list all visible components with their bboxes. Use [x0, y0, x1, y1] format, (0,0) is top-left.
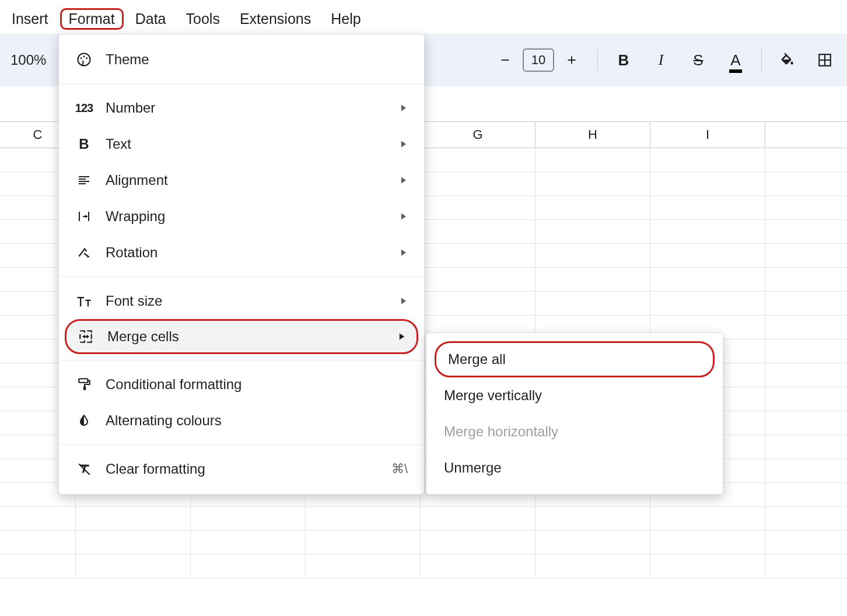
text-color-button[interactable]: A	[724, 48, 747, 72]
font-size-increase[interactable]	[560, 48, 583, 72]
menu-item-label: Wrapping	[106, 208, 387, 225]
menu-help[interactable]: Help	[323, 8, 369, 30]
fill-color-button[interactable]	[776, 48, 799, 72]
chevron-right-icon	[400, 104, 408, 112]
menu-format[interactable]: Format	[60, 8, 124, 30]
menu-data[interactable]: Data	[127, 8, 174, 30]
svg-rect-6	[83, 386, 86, 390]
menu-item-label: Font size	[106, 293, 387, 309]
menu-item-label: Text	[106, 136, 387, 152]
format-menu-alignment[interactable]: Alignment	[59, 162, 424, 198]
bold-button[interactable]: B	[612, 48, 635, 72]
column-header[interactable]: I	[650, 122, 765, 148]
chevron-right-icon	[400, 140, 408, 148]
format-menu-alternating-colours[interactable]: Alternating colours	[59, 402, 424, 439]
menu-item-label: Merge cells	[107, 328, 385, 345]
svg-point-4	[86, 57, 88, 59]
strikethrough-button[interactable]: S	[687, 48, 710, 72]
align-left-icon	[75, 172, 93, 189]
merge-cells-submenu: Merge all Merge vertically Merge horizon…	[426, 332, 723, 495]
format-menu-conditional-formatting[interactable]: Conditional formatting	[59, 366, 424, 402]
font-size-group: 10	[494, 48, 583, 72]
font-size-value[interactable]: 10	[523, 48, 554, 72]
merge-cells-icon	[77, 328, 94, 345]
menu-item-label: Alternating colours	[106, 412, 408, 429]
menu-item-label: Clear formatting	[106, 461, 379, 477]
droplet-icon	[75, 412, 93, 429]
format-menu-clear-formatting[interactable]: Clear formatting ⌘\	[59, 451, 424, 487]
merge-all[interactable]: Merge all	[435, 341, 715, 377]
shortcut-label: ⌘\	[391, 461, 408, 477]
unmerge[interactable]: Unmerge	[426, 450, 723, 486]
menu-item-label: Theme	[106, 51, 408, 68]
clear-format-icon	[75, 460, 93, 478]
chevron-right-icon	[398, 332, 406, 341]
font-size-icon	[75, 292, 93, 310]
chevron-right-icon	[400, 176, 408, 184]
svg-point-2	[80, 57, 82, 59]
svg-point-3	[83, 55, 85, 57]
format-menu-text[interactable]: B Text	[59, 126, 424, 162]
merge-horizontally: Merge horizontally	[426, 414, 723, 450]
menu-item-label: Number	[106, 100, 387, 116]
menu-bar: Insert Format Data Tools Extensions Help	[0, 5, 373, 33]
menu-tools[interactable]: Tools	[178, 8, 228, 30]
toolbar-separator	[597, 48, 598, 72]
menu-item-label: Conditional formatting	[106, 376, 408, 393]
format-menu-theme[interactable]: Theme	[59, 41, 424, 78]
paint-roller-icon	[75, 376, 93, 393]
rotation-icon	[75, 244, 93, 261]
font-size-decrease[interactable]	[494, 48, 517, 72]
palette-icon	[75, 51, 93, 68]
borders-button[interactable]	[813, 48, 836, 72]
format-menu: Theme 123 Number B Text Alignment Wrappi…	[58, 34, 425, 495]
bold-icon: B	[75, 135, 93, 153]
chevron-right-icon	[400, 297, 408, 305]
format-menu-rotation[interactable]: Rotation	[59, 235, 424, 271]
column-header[interactable]: G	[421, 122, 536, 148]
zoom-level[interactable]: 100%	[10, 52, 46, 68]
chevron-right-icon	[400, 249, 408, 257]
svg-rect-5	[79, 379, 88, 383]
number-icon: 123	[75, 99, 93, 117]
menu-insert[interactable]: Insert	[4, 8, 57, 30]
wrap-icon	[75, 208, 93, 225]
format-menu-font-size[interactable]: Font size	[59, 283, 424, 319]
toolbar-separator	[761, 48, 762, 72]
format-menu-wrapping[interactable]: Wrapping	[59, 198, 424, 235]
svg-point-1	[78, 54, 90, 66]
merge-vertically[interactable]: Merge vertically	[426, 377, 723, 414]
menu-extensions[interactable]: Extensions	[232, 8, 319, 30]
menu-item-label: Rotation	[106, 244, 387, 261]
menu-item-label: Alignment	[106, 172, 387, 188]
format-menu-number[interactable]: 123 Number	[59, 90, 424, 126]
format-menu-merge-cells[interactable]: Merge cells	[65, 319, 418, 354]
chevron-right-icon	[400, 212, 408, 220]
italic-button[interactable]: I	[649, 48, 673, 72]
column-header[interactable]: H	[536, 122, 650, 148]
